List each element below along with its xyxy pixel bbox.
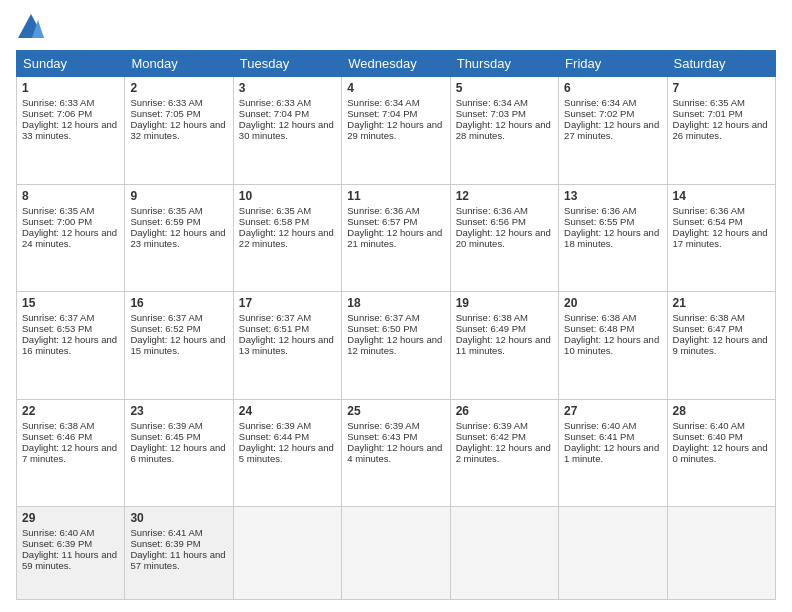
day-info: Sunrise: 6:37 AMSunset: 6:51 PMDaylight:… <box>239 312 334 356</box>
column-header-tuesday: Tuesday <box>233 51 341 77</box>
day-info: Sunrise: 6:35 AMSunset: 6:59 PMDaylight:… <box>130 205 225 249</box>
day-info: Sunrise: 6:37 AMSunset: 6:50 PMDaylight:… <box>347 312 442 356</box>
calendar-cell: 20Sunrise: 6:38 AMSunset: 6:48 PMDayligh… <box>559 292 667 400</box>
day-number: 1 <box>22 81 119 95</box>
calendar-cell <box>342 507 450 600</box>
column-header-sunday: Sunday <box>17 51 125 77</box>
day-number: 28 <box>673 404 770 418</box>
day-number: 15 <box>22 296 119 310</box>
day-info: Sunrise: 6:36 AMSunset: 6:55 PMDaylight:… <box>564 205 659 249</box>
calendar-cell: 15Sunrise: 6:37 AMSunset: 6:53 PMDayligh… <box>17 292 125 400</box>
day-number: 26 <box>456 404 553 418</box>
calendar-cell: 2Sunrise: 6:33 AMSunset: 7:05 PMDaylight… <box>125 77 233 185</box>
page: SundayMondayTuesdayWednesdayThursdayFrid… <box>0 0 792 612</box>
calendar-cell: 29Sunrise: 6:40 AMSunset: 6:39 PMDayligh… <box>17 507 125 600</box>
day-number: 8 <box>22 189 119 203</box>
day-number: 4 <box>347 81 444 95</box>
day-number: 14 <box>673 189 770 203</box>
calendar-cell: 10Sunrise: 6:35 AMSunset: 6:58 PMDayligh… <box>233 184 341 292</box>
calendar-cell: 5Sunrise: 6:34 AMSunset: 7:03 PMDaylight… <box>450 77 558 185</box>
day-info: Sunrise: 6:35 AMSunset: 6:58 PMDaylight:… <box>239 205 334 249</box>
day-info: Sunrise: 6:34 AMSunset: 7:03 PMDaylight:… <box>456 97 551 141</box>
calendar-cell: 12Sunrise: 6:36 AMSunset: 6:56 PMDayligh… <box>450 184 558 292</box>
calendar-cell: 11Sunrise: 6:36 AMSunset: 6:57 PMDayligh… <box>342 184 450 292</box>
week-row-1: 1Sunrise: 6:33 AMSunset: 7:06 PMDaylight… <box>17 77 776 185</box>
week-row-2: 8Sunrise: 6:35 AMSunset: 7:00 PMDaylight… <box>17 184 776 292</box>
day-info: Sunrise: 6:39 AMSunset: 6:42 PMDaylight:… <box>456 420 551 464</box>
day-number: 25 <box>347 404 444 418</box>
calendar-cell <box>233 507 341 600</box>
day-number: 2 <box>130 81 227 95</box>
calendar-cell: 18Sunrise: 6:37 AMSunset: 6:50 PMDayligh… <box>342 292 450 400</box>
calendar-cell: 9Sunrise: 6:35 AMSunset: 6:59 PMDaylight… <box>125 184 233 292</box>
day-info: Sunrise: 6:39 AMSunset: 6:44 PMDaylight:… <box>239 420 334 464</box>
day-number: 22 <box>22 404 119 418</box>
day-info: Sunrise: 6:41 AMSunset: 6:39 PMDaylight:… <box>130 527 225 571</box>
calendar-cell: 24Sunrise: 6:39 AMSunset: 6:44 PMDayligh… <box>233 399 341 507</box>
day-info: Sunrise: 6:37 AMSunset: 6:53 PMDaylight:… <box>22 312 117 356</box>
day-number: 6 <box>564 81 661 95</box>
day-number: 3 <box>239 81 336 95</box>
day-info: Sunrise: 6:37 AMSunset: 6:52 PMDaylight:… <box>130 312 225 356</box>
day-info: Sunrise: 6:36 AMSunset: 6:57 PMDaylight:… <box>347 205 442 249</box>
day-info: Sunrise: 6:38 AMSunset: 6:47 PMDaylight:… <box>673 312 768 356</box>
day-number: 12 <box>456 189 553 203</box>
day-info: Sunrise: 6:39 AMSunset: 6:43 PMDaylight:… <box>347 420 442 464</box>
calendar-table: SundayMondayTuesdayWednesdayThursdayFrid… <box>16 50 776 600</box>
day-info: Sunrise: 6:38 AMSunset: 6:48 PMDaylight:… <box>564 312 659 356</box>
calendar-cell <box>667 507 775 600</box>
day-number: 24 <box>239 404 336 418</box>
day-number: 18 <box>347 296 444 310</box>
calendar-cell: 1Sunrise: 6:33 AMSunset: 7:06 PMDaylight… <box>17 77 125 185</box>
day-info: Sunrise: 6:38 AMSunset: 6:49 PMDaylight:… <box>456 312 551 356</box>
day-info: Sunrise: 6:40 AMSunset: 6:40 PMDaylight:… <box>673 420 768 464</box>
calendar-cell: 22Sunrise: 6:38 AMSunset: 6:46 PMDayligh… <box>17 399 125 507</box>
day-info: Sunrise: 6:33 AMSunset: 7:04 PMDaylight:… <box>239 97 334 141</box>
calendar-cell: 14Sunrise: 6:36 AMSunset: 6:54 PMDayligh… <box>667 184 775 292</box>
calendar-cell: 30Sunrise: 6:41 AMSunset: 6:39 PMDayligh… <box>125 507 233 600</box>
calendar-cell: 19Sunrise: 6:38 AMSunset: 6:49 PMDayligh… <box>450 292 558 400</box>
calendar-header-row: SundayMondayTuesdayWednesdayThursdayFrid… <box>17 51 776 77</box>
calendar-cell: 27Sunrise: 6:40 AMSunset: 6:41 PMDayligh… <box>559 399 667 507</box>
day-info: Sunrise: 6:34 AMSunset: 7:04 PMDaylight:… <box>347 97 442 141</box>
day-number: 13 <box>564 189 661 203</box>
day-number: 17 <box>239 296 336 310</box>
day-info: Sunrise: 6:35 AMSunset: 7:01 PMDaylight:… <box>673 97 768 141</box>
day-number: 16 <box>130 296 227 310</box>
calendar-cell: 8Sunrise: 6:35 AMSunset: 7:00 PMDaylight… <box>17 184 125 292</box>
column-header-friday: Friday <box>559 51 667 77</box>
calendar-cell: 23Sunrise: 6:39 AMSunset: 6:45 PMDayligh… <box>125 399 233 507</box>
day-info: Sunrise: 6:39 AMSunset: 6:45 PMDaylight:… <box>130 420 225 464</box>
day-info: Sunrise: 6:36 AMSunset: 6:56 PMDaylight:… <box>456 205 551 249</box>
day-info: Sunrise: 6:38 AMSunset: 6:46 PMDaylight:… <box>22 420 117 464</box>
week-row-3: 15Sunrise: 6:37 AMSunset: 6:53 PMDayligh… <box>17 292 776 400</box>
day-number: 23 <box>130 404 227 418</box>
day-number: 10 <box>239 189 336 203</box>
day-number: 9 <box>130 189 227 203</box>
calendar-cell: 4Sunrise: 6:34 AMSunset: 7:04 PMDaylight… <box>342 77 450 185</box>
column-header-thursday: Thursday <box>450 51 558 77</box>
calendar-cell: 3Sunrise: 6:33 AMSunset: 7:04 PMDaylight… <box>233 77 341 185</box>
day-info: Sunrise: 6:34 AMSunset: 7:02 PMDaylight:… <box>564 97 659 141</box>
calendar-cell: 25Sunrise: 6:39 AMSunset: 6:43 PMDayligh… <box>342 399 450 507</box>
day-info: Sunrise: 6:33 AMSunset: 7:06 PMDaylight:… <box>22 97 117 141</box>
day-info: Sunrise: 6:36 AMSunset: 6:54 PMDaylight:… <box>673 205 768 249</box>
column-header-wednesday: Wednesday <box>342 51 450 77</box>
calendar-cell: 16Sunrise: 6:37 AMSunset: 6:52 PMDayligh… <box>125 292 233 400</box>
calendar-cell <box>559 507 667 600</box>
day-number: 20 <box>564 296 661 310</box>
calendar-cell: 13Sunrise: 6:36 AMSunset: 6:55 PMDayligh… <box>559 184 667 292</box>
column-header-saturday: Saturday <box>667 51 775 77</box>
logo <box>16 12 50 42</box>
day-info: Sunrise: 6:40 AMSunset: 6:41 PMDaylight:… <box>564 420 659 464</box>
column-header-monday: Monday <box>125 51 233 77</box>
day-info: Sunrise: 6:40 AMSunset: 6:39 PMDaylight:… <box>22 527 117 571</box>
day-number: 5 <box>456 81 553 95</box>
day-number: 7 <box>673 81 770 95</box>
logo-icon <box>16 12 46 42</box>
calendar-cell: 6Sunrise: 6:34 AMSunset: 7:02 PMDaylight… <box>559 77 667 185</box>
week-row-5: 29Sunrise: 6:40 AMSunset: 6:39 PMDayligh… <box>17 507 776 600</box>
calendar-cell: 17Sunrise: 6:37 AMSunset: 6:51 PMDayligh… <box>233 292 341 400</box>
day-number: 11 <box>347 189 444 203</box>
day-number: 29 <box>22 511 119 525</box>
